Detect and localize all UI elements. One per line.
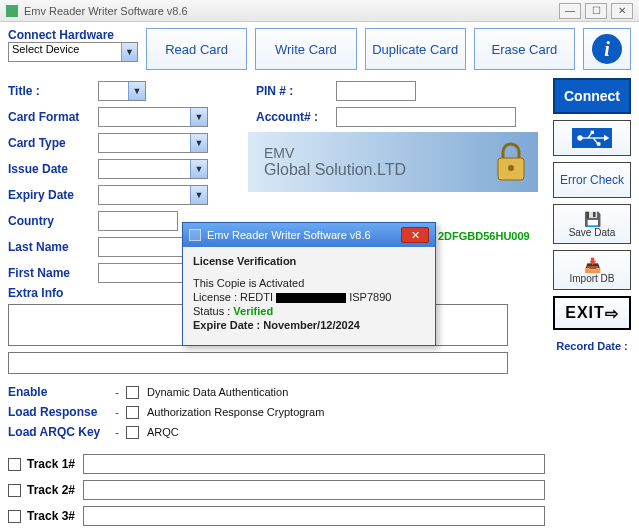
title-select[interactable]: ▼ xyxy=(98,81,146,101)
save-data-button[interactable]: 💾 Save Data xyxy=(553,204,631,244)
title-label: Title : xyxy=(8,84,98,98)
pin-input[interactable] xyxy=(336,81,416,101)
first-name-input[interactable] xyxy=(98,263,188,283)
import-db-button[interactable]: 📥 Import DB xyxy=(553,250,631,290)
lock-icon xyxy=(494,140,528,184)
chevron-down-icon: ▼ xyxy=(121,43,137,61)
first-name-label: First Name xyxy=(8,266,98,280)
dialog-activated-text: This Copie is Activated xyxy=(193,277,425,289)
banner-line1: EMV xyxy=(264,146,406,161)
svg-point-9 xyxy=(597,142,601,146)
card-format-label: Card Format xyxy=(8,110,98,124)
account-label: Account# : xyxy=(256,110,336,124)
track2-input[interactable] xyxy=(83,480,545,500)
dynamic-auth-checkbox[interactable] xyxy=(126,386,139,399)
country-input[interactable] xyxy=(98,211,178,231)
dialog-title-text: Emv Reader Writer Software v8.6 xyxy=(207,229,371,241)
info-button[interactable]: i xyxy=(583,28,631,70)
extra-info-label: Extra Info xyxy=(8,286,98,300)
exit-arrow-icon: ⇨ xyxy=(605,304,619,323)
chevron-down-icon: ▼ xyxy=(190,160,207,178)
track3-checkbox[interactable] xyxy=(8,510,21,523)
license-suffix: ISP7890 xyxy=(349,291,391,303)
brand-banner: EMV Global Solution.LTD xyxy=(248,132,538,192)
chevron-down-icon: ▼ xyxy=(128,82,145,100)
long-input[interactable] xyxy=(8,352,508,374)
erase-card-button[interactable]: Erase Card xyxy=(474,28,575,70)
usb-icon xyxy=(572,128,612,148)
dialog-header: License Verification xyxy=(193,255,425,267)
svg-point-1 xyxy=(508,165,514,171)
status-label: Status : xyxy=(193,305,233,317)
track2-checkbox[interactable] xyxy=(8,484,21,497)
dynamic-auth-text: Dynamic Data Authentication xyxy=(147,386,288,398)
app-icon xyxy=(6,5,18,17)
expiry-date-label: Expiry Date xyxy=(8,188,98,202)
license-prefix: License : REDTI xyxy=(193,291,273,303)
banner-line2: Global Solution.LTD xyxy=(264,161,406,179)
svg-rect-7 xyxy=(591,131,594,134)
load-response-label: Load Response xyxy=(8,405,108,419)
arqc-text: ARQC xyxy=(147,426,179,438)
save-icon: 💾 xyxy=(584,211,601,227)
issue-date-label: Issue Date xyxy=(8,162,98,176)
track1-checkbox[interactable] xyxy=(8,458,21,471)
dialog-status-line: Status : Verified xyxy=(193,305,425,317)
chevron-down-icon: ▼ xyxy=(190,108,207,126)
chevron-down-icon: ▼ xyxy=(190,186,207,204)
redacted-bar xyxy=(276,293,346,303)
chevron-down-icon: ▼ xyxy=(190,134,207,152)
usb-button[interactable] xyxy=(553,120,631,156)
track1-label: Track 1# xyxy=(27,457,75,471)
close-button[interactable]: ✕ xyxy=(611,3,633,19)
load-arqc-label: Load ARQC Key xyxy=(8,425,108,439)
exit-label: EXIT xyxy=(565,304,605,322)
issue-date-select[interactable]: ▼ xyxy=(98,159,208,179)
dialog-icon xyxy=(189,229,201,241)
device-select[interactable]: Select Device ▼ xyxy=(8,42,138,62)
connect-button[interactable]: Connect xyxy=(553,78,631,114)
last-name-label: Last Name xyxy=(8,240,98,254)
info-icon: i xyxy=(592,34,622,64)
dialog-license-line: License : REDTI ISP7890 xyxy=(193,291,425,303)
import-db-label: Import DB xyxy=(569,273,614,284)
arqc-checkbox[interactable] xyxy=(126,426,139,439)
account-input[interactable] xyxy=(336,107,516,127)
import-icon: 📥 xyxy=(584,257,601,273)
maximize-button[interactable]: ☐ xyxy=(585,3,607,19)
track2-label: Track 2# xyxy=(27,483,75,497)
status-value: Verified xyxy=(233,305,273,317)
dialog-titlebar[interactable]: Emv Reader Writer Software v8.6 ✕ xyxy=(183,223,435,247)
read-card-button[interactable]: Read Card xyxy=(146,28,247,70)
dialog-expire-line: Expire Date : November/12/2024 xyxy=(193,319,425,331)
arc-checkbox[interactable] xyxy=(126,406,139,419)
card-format-select[interactable]: ▼ xyxy=(98,107,208,127)
track3-input[interactable] xyxy=(83,506,545,526)
track1-input[interactable] xyxy=(83,454,545,474)
save-data-label: Save Data xyxy=(569,227,616,238)
license-dialog: Emv Reader Writer Software v8.6 ✕ Licens… xyxy=(182,222,436,346)
track3-label: Track 3# xyxy=(27,509,75,523)
error-check-button[interactable]: Error Check xyxy=(553,162,631,198)
pin-label: PIN # : xyxy=(256,84,336,98)
exit-button[interactable]: EXIT⇨ xyxy=(553,296,631,330)
activation-code: 2DFGBD56HU009 xyxy=(438,230,530,242)
duplicate-card-button[interactable]: Duplicate Card xyxy=(365,28,466,70)
record-date-label: Record Date : xyxy=(553,340,631,352)
window-title: Emv Reader Writer Software v8.6 xyxy=(24,5,188,17)
last-name-input[interactable] xyxy=(98,237,188,257)
enable-label: Enable xyxy=(8,385,108,399)
country-label: Country xyxy=(8,214,98,228)
arc-text: Authorization Response Cryptogram xyxy=(147,406,324,418)
minimize-button[interactable]: — xyxy=(559,3,581,19)
write-card-button[interactable]: Write Card xyxy=(255,28,356,70)
device-select-value: Select Device xyxy=(9,43,79,55)
window-titlebar: Emv Reader Writer Software v8.6 — ☐ ✕ xyxy=(0,0,639,22)
card-type-select[interactable]: ▼ xyxy=(98,133,208,153)
expiry-date-select[interactable]: ▼ xyxy=(98,185,208,205)
card-type-label: Card Type xyxy=(8,136,98,150)
dialog-close-button[interactable]: ✕ xyxy=(401,227,429,243)
connect-hardware-label: Connect Hardware xyxy=(8,28,138,42)
